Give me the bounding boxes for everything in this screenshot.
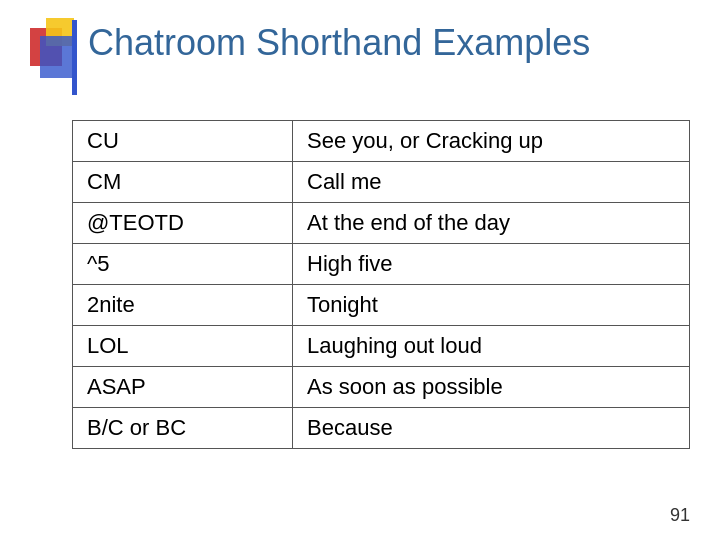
shorthand-cell: CU <box>73 121 293 162</box>
shorthand-cell: CM <box>73 162 293 203</box>
shorthand-table: CUSee you, or Cracking upCMCall me@TEOTD… <box>72 120 690 449</box>
shorthand-cell: LOL <box>73 326 293 367</box>
table-area: CUSee you, or Cracking upCMCall me@TEOTD… <box>72 120 690 485</box>
table-row: ASAPAs soon as possible <box>73 367 690 408</box>
meaning-cell: Laughing out loud <box>293 326 690 367</box>
shorthand-cell: @TEOTD <box>73 203 293 244</box>
table-row: B/C or BCBecause <box>73 408 690 449</box>
meaning-cell: High five <box>293 244 690 285</box>
meaning-cell: Call me <box>293 162 690 203</box>
shorthand-cell: ^5 <box>73 244 293 285</box>
table-row: CMCall me <box>73 162 690 203</box>
page-number: 91 <box>670 505 690 526</box>
slide: Chatroom Shorthand Examples CUSee you, o… <box>0 0 720 540</box>
table-row: LOLLaughing out loud <box>73 326 690 367</box>
meaning-cell: See you, or Cracking up <box>293 121 690 162</box>
meaning-cell: Because <box>293 408 690 449</box>
table-row: @TEOTDAt the end of the day <box>73 203 690 244</box>
shorthand-cell: 2nite <box>73 285 293 326</box>
slide-title: Chatroom Shorthand Examples <box>88 22 590 64</box>
shorthand-cell: B/C or BC <box>73 408 293 449</box>
deco-blue <box>40 36 76 78</box>
table-row: 2niteTonight <box>73 285 690 326</box>
table-row: CUSee you, or Cracking up <box>73 121 690 162</box>
meaning-cell: At the end of the day <box>293 203 690 244</box>
meaning-cell: Tonight <box>293 285 690 326</box>
decorative-shapes <box>30 18 90 88</box>
meaning-cell: As soon as possible <box>293 367 690 408</box>
shorthand-cell: ASAP <box>73 367 293 408</box>
blue-bar <box>72 20 77 95</box>
table-row: ^5High five <box>73 244 690 285</box>
